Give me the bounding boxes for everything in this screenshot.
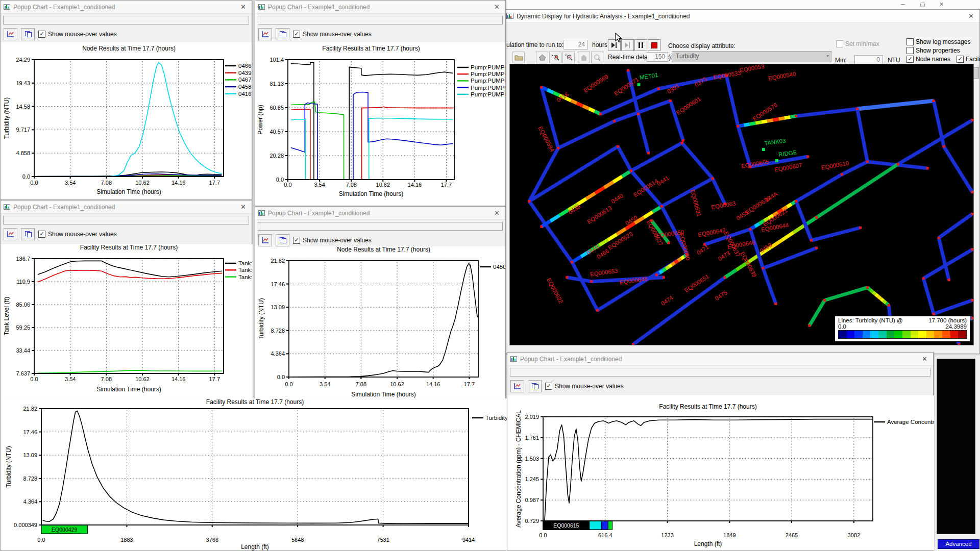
y-axis-label: Tank Level (ft) [3,297,10,335]
zoom-in-button[interactable] [549,52,561,63]
close-icon[interactable]: ✕ [492,209,502,217]
realtime-delay-input[interactable]: 150 [647,52,668,62]
unit-label: NTU [888,57,900,64]
pipe-segment-label: EQ000615 [553,522,579,529]
pipe [744,124,749,125]
chart-options-button[interactable] [4,28,17,40]
run-button[interactable] [621,39,634,51]
x-tick-label: 10.62 [135,180,150,186]
pipe [785,117,790,118]
show-mouseover-checkbox[interactable]: ✓ Show mouse-over values [38,231,117,238]
x-tick-label: 14.16 [408,182,422,188]
mouseover-value-field[interactable] [3,216,249,224]
chart-canvas-concentration-profile[interactable]: Facility Results at Time 17.7 (hours)0.0… [507,395,934,550]
node-marker [933,99,935,102]
show-properties-checkbox[interactable]: ✓ Show properties [906,47,960,54]
y-tick-label: 9.717 [16,127,30,133]
copy-chart-button[interactable] [276,234,289,246]
pan-button[interactable] [578,52,590,63]
x-tick-label: 5648 [291,537,304,543]
set-minmax-checkbox[interactable]: ✓ Set min/max [836,40,879,47]
x-tick-label: 17.7 [464,381,475,387]
network-map-canvas[interactable]: 0416EQ000569EQ000594EQ000571MET01EQ00060… [510,64,973,345]
display-attribute-dropdown[interactable]: Turbidity ▾ [672,51,831,62]
chart-icon [261,237,270,244]
node-marker [795,200,797,203]
x-tick-label: 7.08 [346,182,356,188]
advanced-button[interactable]: Advanced [938,539,979,549]
popup-titlebar[interactable]: Popup Chart - Example1_conditioned ✕ [507,353,933,366]
home-view-button[interactable] [536,52,548,63]
chart-options-button[interactable] [4,228,17,240]
copy-chart-button[interactable] [21,228,35,240]
facility-marker [637,83,640,86]
network-map[interactable]: 0416EQ000569EQ000594EQ000571MET01EQ00060… [509,64,974,345]
legend-label: 0450 [493,264,505,270]
close-icon[interactable]: ✕ [238,203,249,211]
mouseover-value-field[interactable] [510,368,930,377]
show-log-checkbox[interactable]: ✓ Show log messages [906,38,970,45]
maximize-icon[interactable]: ▢ [920,1,925,8]
y-tick-label: 101.4 [270,57,284,63]
x-tick-label: 2465 [786,532,798,538]
x-tick-label: 17.7 [441,182,452,188]
chart-canvas-node-results[interactable]: Node Results at Time 17.7 (hours)0.03.54… [1,42,252,199]
copy-chart-button[interactable] [21,28,35,40]
main-titlebar[interactable]: Dynamic Display for Hydraulic Analysis -… [503,10,979,23]
legend-label: Average Concentration [887,419,934,425]
close-icon[interactable]: ✕ [492,3,502,11]
close-icon[interactable]: ✕ [238,3,249,11]
popup-titlebar[interactable]: Popup Chart - Example1_conditioned ✕ [255,207,505,220]
x-tick-label: 0.0 [285,381,292,387]
facility-names-checkbox[interactable]: ✓ Facilit [957,56,980,63]
stop-button[interactable] [648,39,660,51]
node-marker [632,343,634,345]
simulation-time-input[interactable]: 24 [564,40,588,49]
close-icon[interactable]: ✕ [939,1,944,8]
copy-chart-button[interactable] [528,380,542,392]
stop-icon [651,42,657,48]
popup-chart-window-nodes: Popup Chart - Example1_conditioned ✕ ✓ S… [0,0,252,200]
popup-titlebar[interactable]: Popup Chart - Example1_conditioned ✕ [1,1,252,14]
chart-canvas-tank-results[interactable]: Facility Results at Time 17.7 (hours)0.0… [1,244,253,398]
pipe [755,223,760,226]
legend-label: 0439 [238,70,252,76]
legend-label: 0458 [238,84,252,90]
pipe [666,267,669,269]
show-mouseover-checkbox[interactable]: ✓ Show mouse-over values [545,383,624,390]
show-mouseover-checkbox[interactable]: ✓ Show mouse-over values [38,31,117,38]
x-tick-label: 0.0 [539,532,547,538]
magnifier-icon [593,54,601,61]
legend-label: Tank:TANK01 [238,274,253,280]
chart-options-button[interactable] [258,28,272,40]
copy-chart-button[interactable] [276,28,289,40]
x-tick-label: 14.16 [172,376,186,382]
popup-titlebar[interactable]: Popup Chart - Example1_conditioned ✕ [255,1,505,14]
chart-options-button[interactable] [258,234,272,246]
x-tick-label: 7.08 [356,381,366,387]
pause-button[interactable] [634,39,647,51]
chart-title: Node Results at Time 17.7 (hours) [337,246,430,253]
close-icon[interactable]: ✕ [919,355,930,363]
show-mouseover-checkbox[interactable]: ✓ Show mouse-over values [293,31,372,38]
chart-canvas-node0450[interactable]: Node Results at Time 17.7 (hours)0.03.54… [255,246,505,399]
node-marker [566,276,568,279]
zoom-out-button[interactable] [562,52,575,63]
x-tick-label: 10.62 [135,376,150,382]
y-axis-label: Turbidity (NTU) [258,298,265,340]
close-icon[interactable]: ✕ [966,12,976,20]
open-button[interactable] [512,52,525,63]
node-marker [637,113,640,115]
node-names-checkbox[interactable]: ✓ Node names [906,56,950,63]
mouseover-value-field[interactable] [258,16,503,24]
chart-canvas-turbidity-profile[interactable]: Facility Results at Time 17.7 (hours)0.0… [1,398,507,550]
mouseover-value-field[interactable] [258,222,503,231]
mouseover-value-field[interactable] [3,16,249,24]
popup-titlebar[interactable]: Popup Chart - Example1_conditioned ✕ [1,201,252,214]
home-icon [538,54,546,61]
show-mouseover-checkbox[interactable]: ✓ Show mouse-over values [293,237,372,244]
zoom-window-button[interactable] [591,52,603,63]
chart-canvas-pump-results[interactable]: Facility Results at Time 17.7 (hours)0.0… [255,42,505,206]
minimize-icon[interactable]: ─ [901,1,905,8]
chart-options-button[interactable] [510,380,524,392]
